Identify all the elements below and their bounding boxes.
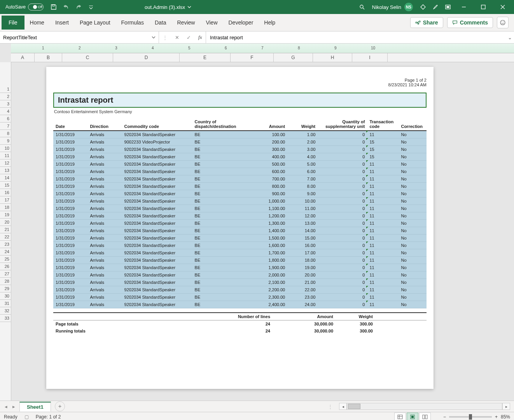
undo-icon[interactable] [61, 2, 72, 12]
col-header-I[interactable]: I [352, 53, 388, 62]
table-row[interactable]: 1/31/2019Arrivals9202034 StandardSpeaker… [53, 131, 427, 138]
scroll-left-icon[interactable]: ◂ [339, 403, 347, 410]
autosave-switch[interactable]: Off [28, 4, 44, 10]
view-pagebreak-button[interactable] [419, 413, 431, 420]
fx-icon[interactable]: fx [198, 34, 202, 40]
app-mode-icon[interactable] [442, 2, 453, 12]
table-row[interactable]: 1/31/2019Arrivals9202034 StandardSpeaker… [53, 146, 427, 153]
row-header-14[interactable]: 14 [0, 174, 11, 182]
row-header-30[interactable]: 30 [0, 292, 11, 300]
table-row[interactable]: 1/31/2019Arrivals9202034 StandardSpeaker… [53, 301, 427, 308]
row-header-22[interactable]: 22 [0, 233, 11, 241]
row-header-26[interactable]: 26 [0, 263, 11, 270]
row-header-10[interactable]: 10 [0, 145, 11, 152]
save-icon[interactable] [48, 2, 59, 12]
row-header-15[interactable]: 15 [0, 182, 11, 189]
table-row[interactable]: 1/31/2019Arrivals9202034 StandardSpeaker… [53, 249, 427, 257]
col-header-D[interactable]: D [113, 53, 180, 62]
user-account[interactable]: Nikolay Selin NS [369, 3, 416, 11]
row-header-19[interactable]: 19 [0, 211, 11, 219]
ribbon-tab-developer[interactable]: Developer [223, 16, 259, 30]
col-header-C[interactable]: C [62, 53, 113, 62]
ribbon-tab-file[interactable]: File [2, 16, 24, 30]
report-title-cell[interactable]: Intrastat report [53, 93, 427, 108]
horizontal-scrollbar[interactable]: ◂ ▸ [339, 403, 510, 410]
scroll-right-icon[interactable]: ▸ [502, 403, 510, 410]
table-row[interactable]: 1/31/2019Arrivals9202034 StandardSpeaker… [53, 279, 427, 286]
row-header-11[interactable]: 11 [0, 152, 11, 159]
view-pagelayout-button[interactable] [407, 413, 418, 420]
table-row[interactable]: 1/31/2019Arrivals9202034 StandardSpeaker… [53, 286, 427, 294]
ribbon-tab-data[interactable]: Data [149, 16, 172, 30]
row-header-20[interactable]: 20 [0, 219, 11, 226]
ribbon-tab-review[interactable]: Review [172, 16, 201, 30]
diamond-icon[interactable] [418, 2, 428, 12]
col-header-B[interactable]: B [35, 53, 62, 62]
cancel-icon[interactable]: ✕ [175, 35, 179, 40]
grip-icon[interactable]: ⋮ [163, 35, 168, 40]
zoom-out-icon[interactable]: − [443, 414, 446, 420]
row-header-25[interactable]: 25 [0, 256, 11, 263]
table-row[interactable]: 1/31/2019Arrivals9202034 StandardSpeaker… [53, 161, 427, 168]
row-header-2[interactable]: 2 [0, 93, 11, 100]
table-row[interactable]: 1/31/2019Arrivals9202034 StandardSpeaker… [53, 198, 427, 205]
minimize-button[interactable] [455, 0, 473, 14]
tab-split-grip[interactable]: ⋮ [325, 404, 335, 410]
col-header-A[interactable]: A [11, 53, 35, 62]
enter-icon[interactable]: ✓ [187, 35, 191, 40]
row-header-1[interactable]: 1 [0, 86, 11, 93]
table-row[interactable]: 1/31/2019Arrivals9202034 StandardSpeaker… [53, 294, 427, 301]
table-row[interactable]: 1/31/2019Arrivals9202034 StandardSpeaker… [53, 175, 427, 183]
table-row[interactable]: 1/31/2019Arrivals9202034 StandardSpeaker… [53, 234, 427, 242]
ribbon-tab-formulas[interactable]: Formulas [116, 16, 149, 30]
new-sheet-button[interactable]: ＋ [55, 401, 65, 411]
ribbon-tab-home[interactable]: Home [24, 16, 50, 30]
col-header-G[interactable]: G [274, 53, 313, 62]
autosave-toggle[interactable]: AutoSave Off [2, 4, 47, 10]
table-row[interactable]: 1/31/2019Arrivals9202034 StandardSpeaker… [53, 220, 427, 227]
row-header-27[interactable]: 27 [0, 270, 11, 278]
maximize-button[interactable] [474, 0, 492, 14]
table-row[interactable]: 1/31/2019Arrivals9202034 StandardSpeaker… [53, 205, 427, 212]
zoom-slider[interactable] [449, 416, 492, 418]
sheet-nav[interactable]: ◂▸ [0, 404, 19, 410]
table-row[interactable]: 1/31/2019Arrivals9202034 StandardSpeaker… [53, 271, 427, 279]
row-header-13[interactable]: 13 [0, 167, 11, 174]
ribbon-tab-help[interactable]: Help [259, 16, 281, 30]
expand-formula-icon[interactable]: ⌄ [505, 32, 514, 43]
feedback-button[interactable] [497, 17, 509, 28]
row-header-17[interactable]: 17 [0, 196, 11, 204]
name-box[interactable]: ReportTitleText [0, 32, 159, 43]
ribbon-tab-page-layout[interactable]: Page Layout [74, 16, 116, 30]
row-header-6[interactable]: 6 [0, 115, 11, 122]
table-row[interactable]: 1/31/2019Arrivals9202034 StandardSpeaker… [53, 227, 427, 234]
brush-icon[interactable] [430, 2, 441, 12]
table-row[interactable]: 1/31/2019Arrivals9202034 StandardSpeaker… [53, 153, 427, 161]
comments-button[interactable]: Comments [447, 17, 493, 28]
sheet-tab-sheet1[interactable]: Sheet1 [19, 402, 51, 411]
qat-dropdown-icon[interactable] [86, 2, 96, 12]
ribbon-tab-view[interactable]: View [200, 16, 223, 30]
col-header-F[interactable]: F [231, 53, 274, 62]
row-header-23[interactable]: 23 [0, 241, 11, 248]
row-headers[interactable]: 1234678910111213141516171819202122232425… [0, 62, 11, 401]
table-row[interactable]: 1/31/2019Arrivals9202034 StandardSpeaker… [53, 183, 427, 190]
formula-bar[interactable]: Intrastat report [206, 32, 505, 43]
view-normal-button[interactable] [394, 413, 406, 420]
zoom-control[interactable]: − + 85% [443, 414, 510, 420]
table-row[interactable]: 1/31/2019Arrivals9002233 VideoProjectorB… [53, 138, 427, 146]
share-button[interactable]: Share [410, 17, 443, 28]
row-header-9[interactable]: 9 [0, 137, 11, 145]
table-row[interactable]: 1/31/2019Arrivals9202034 StandardSpeaker… [53, 257, 427, 264]
row-header-28[interactable]: 28 [0, 278, 11, 285]
col-header-H[interactable]: H [313, 53, 352, 62]
row-header-4[interactable]: 4 [0, 108, 11, 115]
row-header-16[interactable]: 16 [0, 189, 11, 196]
chevron-down-icon[interactable] [152, 35, 156, 39]
scroll-thumb[interactable] [348, 404, 360, 409]
column-headers[interactable]: ABCDEFGHI [11, 53, 514, 62]
row-header-3[interactable]: 3 [0, 100, 11, 108]
row-header-24[interactable]: 24 [0, 248, 11, 256]
table-row[interactable]: 1/31/2019Arrivals9202034 StandardSpeaker… [53, 190, 427, 198]
table-row[interactable]: 1/31/2019Arrivals9202034 StandardSpeaker… [53, 168, 427, 175]
